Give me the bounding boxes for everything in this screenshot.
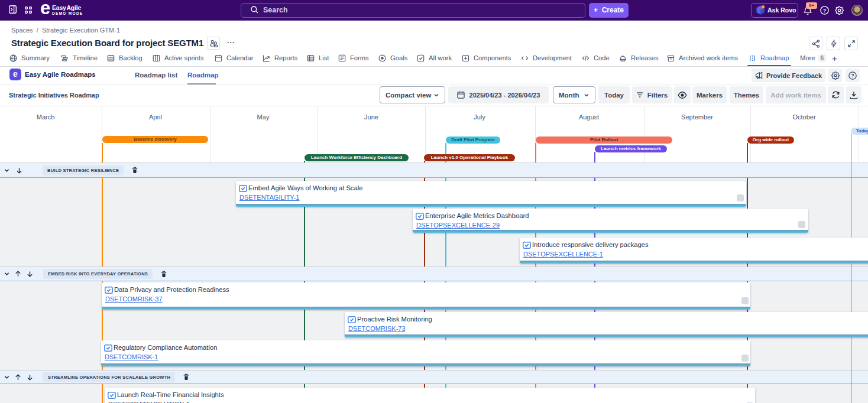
svg-text:?: ? <box>851 72 854 78</box>
svg-text:?: ? <box>823 8 826 14</box>
